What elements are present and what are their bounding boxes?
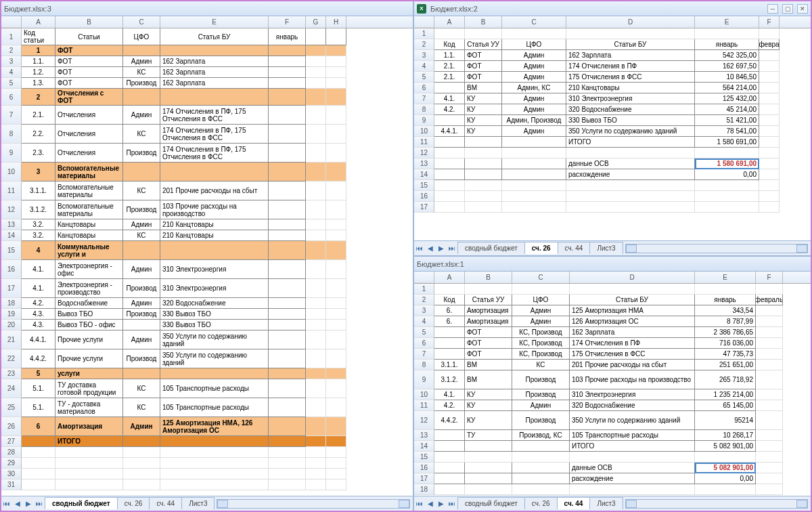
cell[interactable]: 4.1. [22,279,55,298]
cell[interactable] [55,447,123,458]
column-header-C[interactable]: C [512,272,570,283]
cell[interactable] [306,458,326,469]
cell[interactable] [434,327,465,338]
cell[interactable]: 2.1. [434,72,465,83]
cell[interactable]: ЦФО [512,295,570,305]
cell[interactable] [326,309,346,320]
cell[interactable] [326,379,346,398]
row-number[interactable]: 10 [414,126,434,137]
cell[interactable]: 45 214,00 [695,104,759,115]
cell[interactable]: 95214 [695,411,756,430]
cell[interactable]: 1 580 691,00 [695,158,759,169]
cell[interactable]: 350 Услуги по содержанию зданий [160,349,269,368]
cell[interactable] [326,144,346,163]
cell[interactable] [759,83,780,93]
cell[interactable] [502,28,566,39]
cell[interactable] [123,368,160,379]
cell[interactable] [306,320,326,330]
cell[interactable] [306,309,326,320]
cell[interactable]: 103 Прочие расходы на производство [570,370,695,389]
cell[interactable] [570,484,695,495]
cell[interactable]: Админ [502,72,566,83]
cell[interactable]: Статья БУ [160,28,269,45]
cell[interactable]: 162 Зарплата [570,327,695,338]
cell[interactable]: 175 Отчисления в ФСС [566,72,695,83]
tab-nav-prev-icon[interactable]: ◀ [12,498,23,509]
cell[interactable]: КС [123,230,160,241]
cell[interactable]: 4.1. [434,93,465,104]
row-number[interactable]: 12 [414,148,434,158]
cell[interactable] [502,202,566,213]
cell[interactable]: Вспомогательные материалы [55,200,123,219]
cell[interactable]: Вывоз ТБО - офис [55,320,123,330]
cell[interactable]: КУ [465,389,512,400]
row-number[interactable]: 7 [1,106,22,125]
cell[interactable] [434,180,465,191]
cell[interactable] [434,28,465,39]
cell[interactable] [326,349,346,368]
tab-nav-last-icon[interactable]: ⏭ [447,498,457,509]
cell[interactable] [465,137,502,148]
cell[interactable] [570,452,695,463]
row-number[interactable]: 1 [414,284,434,295]
cell[interactable] [512,473,570,484]
cell[interactable]: 330 Вывоз ТБО [160,309,269,320]
tab-nav-next-icon[interactable]: ▶ [436,243,447,254]
cell[interactable]: ФОТ [465,327,512,338]
cell[interactable]: ФОТ [55,45,123,56]
cell[interactable] [160,458,269,469]
cell[interactable] [269,298,306,309]
cell[interactable]: расхождение [566,169,695,180]
cell[interactable]: 2.3. [22,144,55,163]
cell[interactable] [326,398,346,417]
cell[interactable] [306,144,326,163]
column-header-top-right[interactable]: ABCDEF [414,16,811,28]
column-header-bottom-right[interactable]: ABCDEF [414,272,811,284]
tab-nav-next-icon[interactable]: ▶ [23,498,34,509]
cell[interactable] [759,169,780,180]
cell[interactable] [160,45,269,56]
row-number[interactable]: 25 [1,398,22,417]
cell[interactable]: 103 Прочие расходы на производство [160,200,269,219]
cell[interactable] [326,200,346,219]
cell[interactable]: КС [123,398,160,417]
cell[interactable]: 320 Водоснабжение [570,400,695,411]
cell[interactable] [512,441,570,452]
cell[interactable] [759,158,780,169]
cell[interactable] [269,144,306,163]
cell[interactable]: 310 Электроэнергия [570,389,695,400]
cell[interactable]: КС, Производ [512,327,570,338]
cell[interactable]: Производ [123,349,160,368]
cell[interactable]: 174 Отчисления в ПФ, 175 Отчисления в ФС… [160,144,269,163]
sheet-tab[interactable]: сводный бюджет [457,497,525,509]
cell[interactable]: 125 432,00 [695,93,759,104]
row-number[interactable]: 18 [414,484,434,495]
cell[interactable] [306,349,326,368]
cell[interactable]: 716 036,00 [695,338,756,349]
cell[interactable] [160,469,269,479]
cell[interactable]: 4.4.1. [22,330,55,349]
cell[interactable] [306,447,326,458]
close-icon[interactable]: ✕ [797,4,808,14]
cell[interactable]: 2.2. [22,125,55,144]
cell[interactable] [306,163,326,182]
cell[interactable] [465,180,502,191]
cell[interactable] [306,230,326,241]
grid-top-right[interactable]: 12КодСтатья УУЦФОСтатьи БУянварьфевра31.… [414,28,811,240]
row-number[interactable]: 11 [414,137,434,148]
cell[interactable]: 251 651,00 [695,360,756,370]
cell[interactable]: Админ [502,50,566,61]
column-header-B[interactable]: B [55,16,123,28]
cell[interactable]: 105 Транспортные расходы [570,430,695,441]
row-number[interactable]: 11 [414,400,434,411]
row-number[interactable]: 3 [1,56,22,67]
row-number[interactable]: 7 [414,93,434,104]
row-number[interactable]: 14 [414,169,434,180]
cell[interactable] [269,279,306,298]
row-number[interactable]: 15 [414,180,434,191]
cell[interactable]: 4.4.2. [22,349,55,368]
cell[interactable]: Производ [123,78,160,89]
cell[interactable] [269,56,306,67]
cell[interactable]: Производ, КС [512,430,570,441]
cell[interactable]: Отчисления [55,125,123,144]
